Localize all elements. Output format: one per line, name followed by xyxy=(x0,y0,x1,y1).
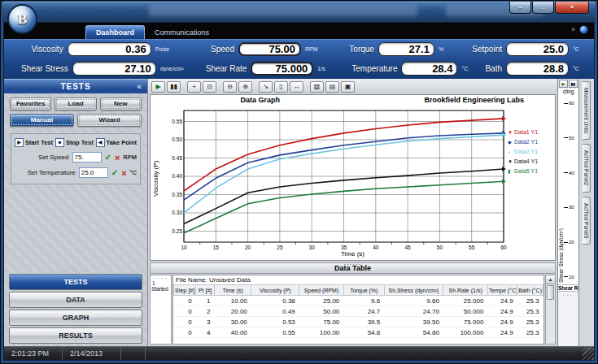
scale-y-button[interactable]: ▯ xyxy=(274,81,288,93)
minimize-button[interactable]: – xyxy=(509,2,531,14)
tick-mark xyxy=(564,172,568,173)
tick-mark xyxy=(564,207,568,208)
close-button[interactable]: × xyxy=(555,2,589,14)
column-header[interactable]: Speed (RPM) xyxy=(299,285,343,296)
mini-pause-button[interactable]: ▮▮ xyxy=(569,80,578,88)
chart-options-button[interactable]: ▧ xyxy=(310,81,324,93)
readout-row-2: Shear Stress27.10dyne/cm²Shear Rate75.00… xyxy=(12,62,586,76)
confirm-temperature-icon[interactable]: ✓ xyxy=(111,168,118,177)
test-action-row: ▶Start Test■Stop Test◀Take Point xyxy=(15,138,137,147)
new-button[interactable]: New xyxy=(100,98,142,110)
scale-x-button[interactable]: ↘ xyxy=(259,81,273,93)
side-tab-acttool-panel3[interactable]: ActTool Panel3 xyxy=(583,197,591,245)
table-row[interactable]: 0220.000.4950.0024.724.7050.00024.925.3 xyxy=(174,306,543,317)
wizard-mode-button[interactable]: Wizard xyxy=(77,114,142,127)
cancel-temperature-icon[interactable]: × xyxy=(121,169,126,177)
set-temperature-input[interactable] xyxy=(79,167,108,178)
legend-item[interactable]: ▼Data4 Y1 xyxy=(508,157,553,167)
tab-dashboard[interactable]: Dashboard xyxy=(85,25,145,39)
table-cell: 39.50 xyxy=(384,317,443,327)
table-scrollbar[interactable]: ▲ xyxy=(545,275,556,344)
nav-data-button[interactable]: DATA xyxy=(9,292,142,308)
table-cell: 9.60 xyxy=(384,296,443,306)
zoom-window-button[interactable]: ⊡ xyxy=(203,81,216,93)
nav-tests-button[interactable]: TESTS xyxy=(9,274,142,290)
favorites-button[interactable]: Favorites xyxy=(10,98,51,110)
set-speed-input[interactable] xyxy=(72,152,102,162)
column-header[interactable]: Sh.Stress (dyn/cm²) xyxy=(384,285,443,296)
nav-graph-button[interactable]: GRAPH xyxy=(9,310,142,326)
table-cell: 10.00 xyxy=(214,296,251,306)
date-label: 2/14/2013 xyxy=(63,347,121,360)
scrollbar-thumb[interactable] xyxy=(547,285,554,300)
column-header[interactable]: Pt [#] xyxy=(196,285,215,296)
column-header[interactable]: Torque (%) xyxy=(343,285,384,296)
start-test-label: Start Test xyxy=(25,139,53,146)
table-row[interactable]: 0440.000.55100.0054.854.80100.00024.925.… xyxy=(174,327,543,338)
torque-label: Torque xyxy=(330,45,374,54)
legend-item[interactable]: ◆Data2 Y1 xyxy=(508,137,553,147)
table-body: 0110.000.3825.009.69.6025.00024.925.3022… xyxy=(174,296,543,338)
svg-text:30: 30 xyxy=(309,245,316,250)
side-tab-measurement-units[interactable]: Measurement Units xyxy=(583,81,591,140)
chart-row: Viscosity (P) 10152025303540455055600.25… xyxy=(152,106,553,250)
play-button[interactable]: ▶ xyxy=(151,81,165,93)
legend-item[interactable]: +Data3 Y1 xyxy=(508,147,553,157)
viscosity-unit: Poise xyxy=(155,46,188,52)
nav-results-button[interactable]: RESULTS xyxy=(9,327,142,344)
manual-mode-button[interactable]: Manual xyxy=(10,114,74,127)
chevron-icon[interactable]: » xyxy=(571,26,575,33)
start-test-button[interactable]: ▶Start Test xyxy=(15,138,53,147)
table-row[interactable]: 0330.000.5375.0039.539.5075.00024.925.3 xyxy=(174,317,543,327)
stop-test-icon: ■ xyxy=(55,138,64,147)
confirm-speed-icon[interactable]: ✓ xyxy=(105,153,111,162)
pan-button[interactable]: + xyxy=(187,81,201,93)
scroll-up-icon[interactable]: ▲ xyxy=(546,275,555,284)
data-table: Step [#]Pt [#]Time (s)Viscosity (P)Speed… xyxy=(173,284,543,338)
table-cell: 1 xyxy=(196,296,215,306)
legend-item[interactable]: ▼Data1 Y1 xyxy=(508,128,553,137)
take-point-button[interactable]: ◀Take Point xyxy=(96,138,137,147)
stop-test-button[interactable]: ■Stop Test xyxy=(55,138,94,147)
zoom-in-button[interactable]: ⊕ xyxy=(238,81,252,93)
legend-item[interactable]: ▮Data5 Y1 xyxy=(508,167,553,176)
y-axis-label: Viscosity (P) xyxy=(152,106,162,250)
column-header[interactable]: Bath (°C) xyxy=(517,285,543,296)
load-button[interactable]: Load xyxy=(55,98,96,110)
column-header[interactable]: Viscosity (P) xyxy=(251,285,299,296)
library-button-row: FavoritesLoadNew xyxy=(4,93,147,112)
pause-button[interactable]: ▮▮ xyxy=(167,81,181,93)
maximize-button[interactable]: □ xyxy=(532,2,554,14)
table-cell: 0.55 xyxy=(251,327,299,338)
collapse-panel-icon[interactable]: « xyxy=(137,82,142,91)
table-row[interactable]: 0110.000.3825.009.69.6025.00024.925.3 xyxy=(174,296,543,306)
mini-play-button[interactable]: ▶ xyxy=(559,80,568,88)
column-header[interactable]: Sh.Rate (1/s) xyxy=(443,285,487,296)
legend-label: Data3 Y1 xyxy=(514,149,538,154)
data-table-splitter[interactable]: Data Table xyxy=(150,262,556,274)
tab-communications[interactable]: Communications xyxy=(145,26,219,39)
table-cell: 24.7 xyxy=(343,306,384,317)
mini-axis-tick: 60 xyxy=(564,101,578,106)
zoom-out-button[interactable]: ⊖ xyxy=(223,81,237,93)
temperature-unit-label: °C xyxy=(130,169,137,176)
table-cell: 40.00 xyxy=(214,327,251,338)
svg-text:0.50: 0.50 xyxy=(172,136,182,142)
window-titlebar[interactable]: – □ × xyxy=(2,2,596,22)
table-section: ···· 1 Started File Name: Unsaved Data S… xyxy=(150,275,556,344)
table-cell: 0 xyxy=(174,327,196,338)
side-tab-acttool-panel2[interactable]: ActTool Panel2 xyxy=(583,144,591,192)
save-button[interactable]: ▣ xyxy=(341,81,355,93)
cancel-speed-icon[interactable]: × xyxy=(115,154,120,162)
globe-icon[interactable] xyxy=(579,25,588,34)
scale-xy-button[interactable]: ↔ xyxy=(290,81,303,93)
column-header[interactable]: Step [#] xyxy=(174,285,196,296)
column-header[interactable]: Tempe (°C) xyxy=(487,285,517,296)
resize-grip-icon[interactable] xyxy=(583,347,594,360)
column-header[interactable]: Time (s) xyxy=(214,285,251,296)
legend-marker-icon: ◆ xyxy=(508,138,514,147)
collapsed-grip[interactable]: ··· xyxy=(558,293,578,298)
chart-plot[interactable]: 10152025303540455055600.250.300.350.400.… xyxy=(162,106,508,250)
print-button[interactable]: ▤ xyxy=(325,81,339,93)
svg-text:0.30: 0.30 xyxy=(172,210,182,215)
